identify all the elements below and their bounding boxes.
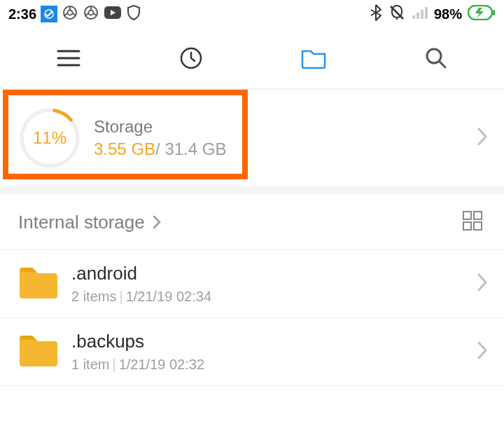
bluetooth-icon bbox=[370, 4, 382, 25]
svg-point-2 bbox=[68, 11, 73, 15]
breadcrumb-label: Internal storage bbox=[18, 212, 145, 233]
svg-rect-6 bbox=[412, 15, 415, 19]
shield-icon bbox=[126, 4, 141, 24]
chevron-right-icon bbox=[476, 340, 489, 364]
chevron-right-icon bbox=[152, 214, 162, 231]
chrome-icon-2 bbox=[83, 4, 99, 24]
breadcrumb-row: Internal storage bbox=[0, 195, 504, 249]
svg-rect-19 bbox=[474, 222, 482, 230]
svg-rect-17 bbox=[474, 212, 482, 219]
folder-name: .backups bbox=[71, 331, 476, 352]
folder-name: .android bbox=[71, 263, 476, 284]
folder-icon bbox=[301, 47, 326, 69]
storage-title: Storage bbox=[94, 117, 476, 137]
clock-icon bbox=[179, 46, 203, 70]
folder-meta: 1 item|1/21/19 02:32 bbox=[71, 357, 476, 373]
hamburger-icon bbox=[57, 49, 80, 67]
status-app-icon bbox=[41, 6, 57, 22]
battery-charging-icon bbox=[468, 5, 496, 23]
svg-rect-16 bbox=[463, 212, 471, 219]
grid-icon bbox=[462, 210, 483, 231]
search-icon bbox=[424, 46, 448, 70]
folder-icon bbox=[18, 266, 57, 301]
mute-icon bbox=[388, 4, 406, 25]
folder-row[interactable]: .backups 1 item|1/21/19 02:32 bbox=[0, 317, 504, 385]
svg-point-4 bbox=[89, 11, 94, 15]
battery-percent: 98% bbox=[434, 6, 462, 22]
storage-gauge: 11% bbox=[18, 106, 81, 170]
svg-rect-7 bbox=[416, 13, 419, 19]
status-time: 2:36 bbox=[8, 6, 36, 22]
grid-view-button[interactable] bbox=[462, 210, 483, 234]
youtube-icon bbox=[104, 6, 122, 22]
storage-percent: 11% bbox=[33, 128, 66, 148]
storage-total: / 31.4 GB bbox=[155, 139, 226, 158]
svg-rect-18 bbox=[463, 222, 471, 230]
folder-row[interactable]: .android 2 items|1/21/19 02:34 bbox=[0, 249, 504, 317]
breadcrumb[interactable]: Internal storage bbox=[18, 212, 162, 233]
menu-button[interactable] bbox=[23, 34, 114, 83]
storage-used: 3.55 GB bbox=[94, 139, 155, 158]
chrome-icon bbox=[62, 4, 78, 24]
recent-tab[interactable] bbox=[146, 34, 237, 83]
chevron-right-icon bbox=[476, 272, 489, 296]
chevron-right-icon bbox=[476, 126, 489, 150]
search-button[interactable] bbox=[391, 34, 482, 83]
folder-icon bbox=[18, 334, 57, 369]
top-nav bbox=[0, 28, 504, 88]
files-tab[interactable] bbox=[268, 34, 359, 83]
storage-card[interactable]: 11% Storage 3.55 GB/ 31.4 GB bbox=[0, 90, 504, 186]
status-bar: 2:36 98% bbox=[0, 0, 504, 28]
svg-rect-9 bbox=[425, 7, 428, 19]
svg-rect-11 bbox=[493, 10, 495, 15]
folder-meta: 2 items|1/21/19 02:34 bbox=[71, 289, 476, 305]
svg-rect-8 bbox=[421, 10, 424, 19]
signal-icon bbox=[412, 6, 428, 22]
